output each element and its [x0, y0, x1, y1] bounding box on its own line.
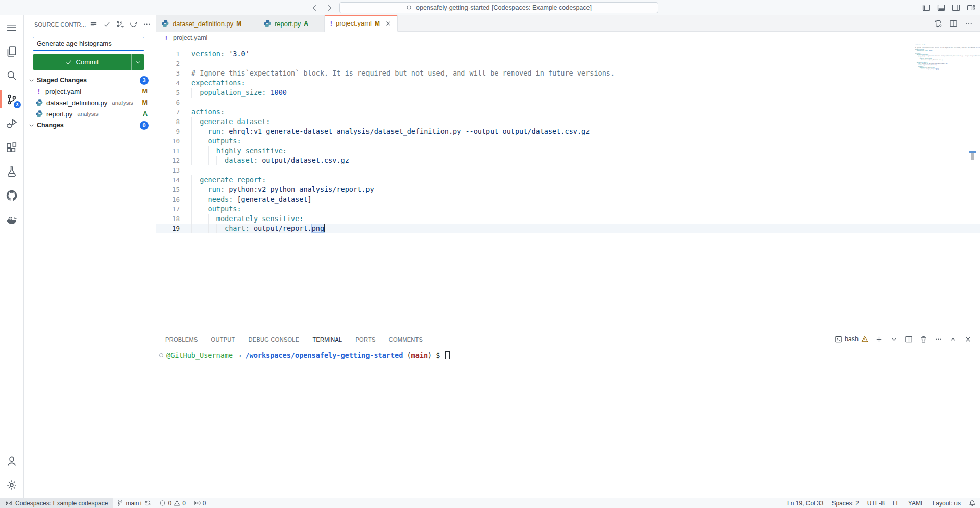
terminal-cursor	[445, 351, 450, 359]
status-indentation[interactable]: Spaces: 2	[827, 498, 863, 508]
line-content: run: python:v2 python analysis/report.py	[191, 185, 374, 195]
git-status-letter: M	[142, 99, 148, 106]
line-content: outputs:	[191, 136, 241, 146]
terminal-command-decoration[interactable]	[159, 353, 163, 357]
code-line-15[interactable]: 15 run: python:v2 python analysis/report…	[156, 185, 980, 195]
activity-item-source-control[interactable]: 3	[0, 87, 23, 111]
code-line-13[interactable]: 13	[156, 165, 980, 175]
scm-graph-icon[interactable]	[116, 20, 124, 28]
panel-tab-comments[interactable]: COMMENTS	[389, 332, 423, 346]
status-eol[interactable]: LF	[889, 498, 904, 508]
breadcrumb[interactable]: ! project.yaml	[156, 32, 980, 44]
more-icon[interactable]	[143, 20, 151, 28]
code-line-17[interactable]: 17 outputs:	[156, 204, 980, 214]
code-line-3[interactable]: 3# Ignore this`expectation` block. It is…	[156, 68, 980, 78]
status-encoding[interactable]: UTF-8	[863, 498, 889, 508]
forward-arrow-icon[interactable]	[325, 4, 334, 12]
tree-section-changes[interactable]: Changes0	[24, 119, 156, 131]
panel-chevron-down-icon[interactable]	[890, 335, 898, 343]
panel-close-icon[interactable]	[964, 335, 972, 343]
code-line-18[interactable]: 18 moderately_sensitive:	[156, 214, 980, 224]
terminal-shell-selector[interactable]: bash	[835, 335, 868, 343]
layout-panel-icon[interactable]	[937, 4, 945, 12]
status-notifications[interactable]	[965, 498, 980, 508]
commit-message-input[interactable]	[33, 37, 144, 51]
commit-check-icon[interactable]	[103, 20, 111, 28]
python-file-icon	[263, 19, 272, 28]
editor-tab-project.yaml[interactable]: !project.yamlM	[325, 15, 398, 32]
activity-item-github[interactable]	[0, 183, 23, 207]
activity-item-run-debug[interactable]	[0, 111, 23, 135]
commit-button[interactable]: Commit	[33, 54, 144, 70]
code-line-12[interactable]: 12 dataset: output/dataset.csv.gz	[156, 156, 980, 165]
code-line-5[interactable]: 5 population_size: 1000	[156, 88, 980, 98]
code-line-10[interactable]: 10 outputs:	[156, 136, 980, 146]
panel-chevron-up-icon[interactable]	[949, 335, 957, 343]
activity-item-search[interactable]	[0, 63, 23, 87]
code-line-11[interactable]: 11 highly_sensitive:	[156, 146, 980, 156]
activity-item-explorer[interactable]	[0, 39, 23, 63]
commit-dropdown-button[interactable]	[131, 54, 144, 70]
panel-split-icon[interactable]	[905, 335, 913, 343]
more-icon[interactable]	[965, 19, 973, 28]
editor-tab-dataset_definition.py[interactable]: dataset_definition.pyM	[156, 15, 258, 32]
activity-item-docker[interactable]	[0, 207, 23, 231]
activity-item-extensions[interactable]	[0, 135, 23, 159]
code-line-6[interactable]: 6	[156, 98, 980, 107]
activity-item-account[interactable]	[0, 449, 23, 473]
back-arrow-icon[interactable]	[310, 4, 319, 12]
layout-sidebar-right-icon[interactable]	[952, 4, 960, 12]
file-row-project.yaml[interactable]: !project.yamlM	[24, 86, 156, 97]
code-line-7[interactable]: 7actions:	[156, 107, 980, 117]
status-language-mode[interactable]: YAML	[904, 498, 928, 508]
panel-trash-icon[interactable]	[920, 335, 927, 343]
line-content: generate_dataset:	[191, 117, 270, 127]
file-name: report.py	[46, 110, 72, 118]
tab-git-status: A	[304, 20, 308, 27]
code-line-19[interactable]: 19 chart: output/report.png	[156, 224, 980, 233]
compare-changes-icon[interactable]	[934, 19, 942, 28]
tab-file-name: dataset_definition.py	[173, 20, 233, 28]
activity-item-menu[interactable]	[0, 15, 23, 39]
panel-tab-problems[interactable]: PROBLEMS	[165, 332, 198, 346]
file-row-dataset_definition.py[interactable]: dataset_definition.pyanalysisM	[24, 97, 156, 108]
code-line-1[interactable]: 1version: '3.0'	[156, 49, 980, 59]
panel-tab-terminal[interactable]: TERMINAL	[312, 332, 342, 346]
activity-item-testing[interactable]	[0, 159, 23, 183]
close-tab-icon[interactable]	[385, 20, 392, 27]
panel-more-icon[interactable]	[935, 335, 942, 343]
code-line-16[interactable]: 16 needs: [generate_dataset]	[156, 195, 980, 204]
panel-plus-icon[interactable]	[875, 335, 883, 343]
code-line-8[interactable]: 8 generate_dataset:	[156, 117, 980, 127]
status-branch[interactable]: main+	[113, 498, 155, 508]
remote-indicator[interactable]: Codespaces: Example codespace	[0, 498, 113, 508]
panel-tab-output[interactable]: OUTPUT	[211, 332, 235, 346]
split-editor-icon[interactable]	[949, 19, 958, 28]
code-line-4[interactable]: 4expectations:	[156, 78, 980, 88]
tree-section-staged-changes[interactable]: Staged Changes3	[24, 75, 156, 86]
activity-item-settings[interactable]	[0, 473, 23, 497]
tab-file-name: report.py	[275, 20, 301, 28]
code-line-2[interactable]: 2	[156, 59, 980, 68]
status-cursor-position[interactable]: Ln 19, Col 33	[783, 498, 827, 508]
chevron-down-icon	[28, 77, 35, 84]
code-editor[interactable]: 1version: '3.0'23# Ignore this`expectati…	[156, 44, 980, 331]
layout-sidebar-left-icon[interactable]	[922, 4, 930, 12]
refresh-icon[interactable]	[130, 20, 137, 28]
code-line-9[interactable]: 9 run: ehrql:v1 generate-dataset analysi…	[156, 127, 980, 136]
command-center-search[interactable]: opensafely-getting-started [Codespaces: …	[339, 2, 658, 13]
terminal[interactable]: @GitHub_Username → /workspaces/opensafel…	[156, 347, 980, 360]
editor-tab-report.py[interactable]: report.pyA	[258, 15, 325, 32]
panel-tab-debug-console[interactable]: DEBUG CONSOLE	[249, 332, 300, 346]
status-keyboard-layout[interactable]: Layout: us	[928, 498, 965, 508]
activity-bar: 3	[0, 15, 24, 498]
panel-tab-ports[interactable]: PORTS	[355, 332, 375, 346]
line-number: 8	[156, 117, 180, 127]
minimap[interactable]: version: '3.0' # Ignore this`expectation…	[915, 45, 972, 70]
file-row-report.py[interactable]: report.pyanalysisA	[24, 108, 156, 119]
view-list-icon[interactable]	[90, 20, 97, 28]
code-line-14[interactable]: 14 generate_report:	[156, 175, 980, 185]
status-ports[interactable]: 0	[190, 498, 210, 508]
status-problems[interactable]: 00	[155, 498, 189, 508]
layout-customize-icon[interactable]	[967, 4, 975, 12]
